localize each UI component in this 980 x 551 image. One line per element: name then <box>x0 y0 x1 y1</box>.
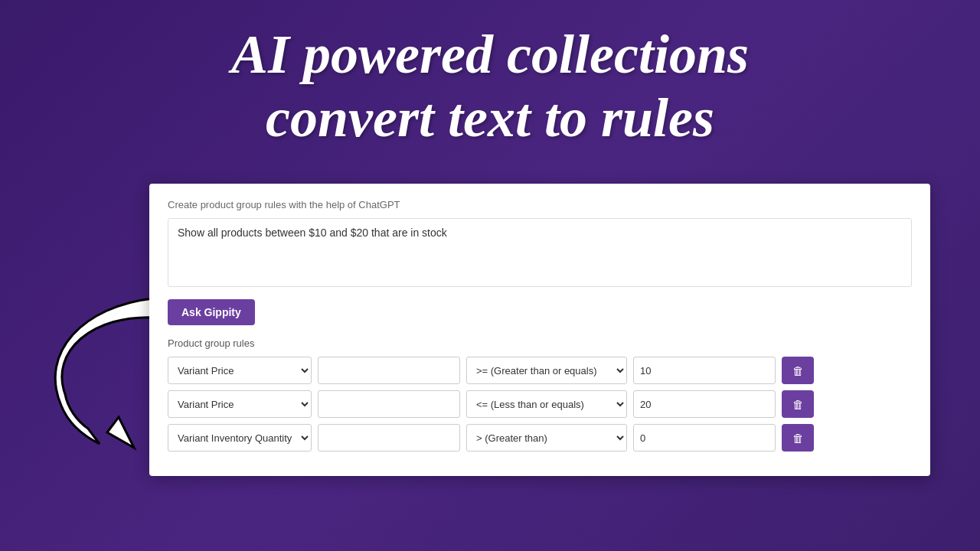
rule-row-3: Variant Price Variant Inventory Quantity… <box>168 424 912 452</box>
rule-3-operator-select[interactable]: > (Greater than) >= (Greater than or equ… <box>466 424 627 452</box>
hero-title: AI powered collections convert text to r… <box>0 23 980 150</box>
prompt-textarea[interactable]: Show all products between $10 and $20 th… <box>168 218 912 287</box>
trash-icon-3: 🗑 <box>792 432 804 445</box>
rule-1-value-input[interactable] <box>633 357 776 384</box>
trash-icon-2: 🗑 <box>792 398 804 411</box>
hero-line1: AI powered collections <box>0 23 980 86</box>
trash-icon-1: 🗑 <box>792 364 804 377</box>
rule-1-field-select[interactable]: Variant Price Variant Inventory Quantity… <box>168 357 312 384</box>
rule-1-operator-select[interactable]: >= (Greater than or equals) <= (Less tha… <box>466 357 627 384</box>
rule-2-value-input[interactable] <box>633 390 776 418</box>
rule-row-1: Variant Price Variant Inventory Quantity… <box>168 357 912 384</box>
rule-1-delete-button[interactable]: 🗑 <box>782 357 814 384</box>
rule-3-delete-button[interactable]: 🗑 <box>782 424 814 452</box>
rule-3-secondary-input[interactable] <box>318 424 460 452</box>
rule-2-secondary-input[interactable] <box>318 390 460 418</box>
rule-3-value-input[interactable] <box>633 424 776 452</box>
rule-2-field-select[interactable]: Variant Price Variant Inventory Quantity… <box>168 390 312 418</box>
rule-2-delete-button[interactable]: 🗑 <box>782 390 814 418</box>
ask-gippity-button[interactable]: Ask Gippity <box>168 299 255 325</box>
rule-row-2: Variant Price Variant Inventory Quantity… <box>168 390 912 418</box>
rule-2-operator-select[interactable]: <= (Less than or equals) >= (Greater tha… <box>466 390 627 418</box>
main-card: Create product group rules with the help… <box>149 184 930 476</box>
rule-3-field-select[interactable]: Variant Price Variant Inventory Quantity… <box>168 424 312 452</box>
hero-line2: convert text to rules <box>0 86 980 150</box>
svg-marker-0 <box>107 417 134 448</box>
rules-label: Product group rules <box>168 337 912 349</box>
rule-1-secondary-input[interactable] <box>318 357 460 384</box>
card-description: Create product group rules with the help… <box>168 199 912 210</box>
